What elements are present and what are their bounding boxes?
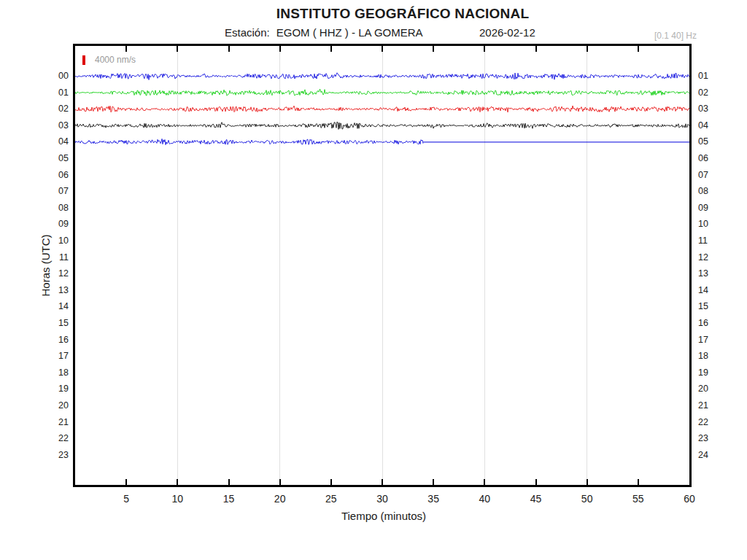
x-tick-bottom-40 [484, 479, 485, 485]
hour-label-right-20: 20 [698, 384, 708, 394]
x-tick-bottom-55 [638, 479, 639, 485]
hour-label-left-23: 23 [0, 450, 69, 461]
hour-label-right-16: 16 [698, 318, 708, 329]
record-date: 2026-02-12 [479, 26, 535, 39]
x-tick-top-5 [125, 46, 127, 52]
x-tick-top-55 [638, 46, 639, 52]
hour-label-right-10: 10 [698, 219, 708, 230]
filter-band-label: [0.1 40] Hz [654, 31, 697, 41]
seismic-trace-hour-00 [75, 73, 689, 80]
hour-label-left-15: 15 [0, 318, 69, 329]
hour-label-right-18: 18 [698, 351, 708, 362]
seismic-traces-canvas [75, 46, 689, 485]
hour-label-left-18: 18 [0, 368, 69, 378]
seismic-trace-hour-03 [75, 122, 689, 129]
amplitude-scale-legend: 4000 nm/s [82, 55, 136, 65]
hour-label-left-06: 06 [0, 170, 69, 181]
hour-label-right-03: 03 [698, 104, 708, 114]
x-tick-label-35: 35 [417, 493, 449, 505]
x-tick-bottom-10 [177, 479, 178, 485]
scale-label: 4000 nm/s [95, 55, 136, 65]
x-tick-label-60: 60 [673, 493, 705, 505]
hour-label-right-23: 23 [698, 433, 708, 444]
x-tick-bottom-25 [330, 479, 332, 485]
hour-label-left-01: 01 [0, 88, 69, 98]
x-tick-top-45 [535, 46, 537, 52]
seismic-trace-hour-01 [75, 90, 689, 96]
station-label: Estación: [225, 26, 270, 39]
x-tick-label-15: 15 [213, 493, 245, 505]
hour-label-right-15: 15 [698, 301, 708, 312]
hour-label-left-19: 19 [0, 384, 69, 394]
hour-label-right-04: 04 [698, 120, 708, 131]
hour-label-right-06: 06 [698, 153, 708, 164]
x-tick-label-30: 30 [366, 493, 398, 505]
x-tick-top-25 [330, 46, 332, 52]
scale-bar-icon [82, 55, 85, 65]
seismic-trace-hour-04 [75, 139, 423, 144]
hour-label-left-05: 05 [0, 153, 69, 164]
hour-label-right-12: 12 [698, 252, 708, 263]
x-tick-bottom-30 [382, 479, 383, 485]
hour-label-left-12: 12 [0, 268, 69, 279]
hour-label-left-21: 21 [0, 417, 69, 428]
x-tick-top-10 [177, 46, 178, 52]
x-tick-label-45: 45 [520, 493, 552, 505]
hour-label-left-14: 14 [0, 301, 69, 312]
hour-label-right-11: 11 [698, 236, 708, 246]
hour-label-right-14: 14 [698, 285, 708, 296]
x-tick-bottom-5 [125, 479, 127, 485]
helicorder-page: INSTITUTO GEOGRÁFICO NACIONAL Estación:E… [0, 0, 747, 560]
x-tick-top-50 [587, 46, 588, 52]
x-tick-label-5: 5 [110, 493, 142, 505]
hour-label-left-08: 08 [0, 203, 69, 214]
hour-label-right-02: 02 [698, 88, 708, 98]
hour-label-left-17: 17 [0, 351, 69, 362]
hour-label-left-02: 02 [0, 104, 69, 114]
hour-label-left-10: 10 [0, 236, 69, 246]
hour-label-left-09: 09 [0, 219, 69, 230]
hour-label-right-05: 05 [698, 136, 708, 147]
hour-label-right-01: 01 [698, 71, 708, 82]
x-axis-title: Tiempo (minutos) [20, 510, 747, 522]
x-tick-bottom-35 [433, 479, 434, 485]
station-line: Estación:EGOM ( HHZ ) - LA GOMERA [225, 26, 423, 39]
seismic-trace-hour-02 [75, 106, 689, 112]
hour-label-left-13: 13 [0, 285, 69, 296]
plot-area: 4000 nm/s [73, 44, 692, 487]
x-tick-label-55: 55 [622, 493, 654, 505]
hour-label-right-07: 07 [698, 170, 708, 181]
x-tick-bottom-50 [587, 479, 588, 485]
x-tick-label-10: 10 [161, 493, 193, 505]
station-value: EGOM ( HHZ ) - LA GOMERA [276, 26, 423, 39]
hour-label-right-17: 17 [698, 335, 708, 346]
x-tick-top-30 [382, 46, 383, 52]
x-tick-label-40: 40 [468, 493, 500, 505]
plot-inner: 4000 nm/s [75, 46, 689, 485]
hour-label-left-16: 16 [0, 335, 69, 346]
hour-label-left-00: 00 [0, 71, 69, 82]
x-tick-bottom-45 [535, 479, 537, 485]
x-tick-bottom-20 [279, 479, 281, 485]
hour-label-right-19: 19 [698, 368, 708, 378]
hour-label-right-08: 08 [698, 186, 708, 197]
x-tick-label-20: 20 [264, 493, 296, 505]
x-tick-top-40 [484, 46, 485, 52]
hour-label-right-09: 09 [698, 203, 708, 214]
x-tick-label-25: 25 [315, 493, 347, 505]
hour-label-left-11: 11 [0, 252, 69, 263]
page-title: INSTITUTO GEOGRÁFICO NACIONAL [58, 6, 747, 22]
hour-label-left-07: 07 [0, 186, 69, 197]
x-tick-top-20 [279, 46, 281, 52]
hour-label-left-04: 04 [0, 136, 69, 147]
hour-label-left-20: 20 [0, 400, 69, 411]
x-tick-label-50: 50 [571, 493, 603, 505]
x-tick-top-35 [433, 46, 434, 52]
x-tick-bottom-15 [228, 479, 230, 485]
hour-label-right-21: 21 [698, 400, 708, 411]
hour-label-left-22: 22 [0, 433, 69, 444]
hour-label-right-22: 22 [698, 417, 708, 428]
hour-label-left-03: 03 [0, 120, 69, 131]
hour-label-right-24: 24 [698, 450, 708, 461]
x-tick-top-15 [228, 46, 230, 52]
